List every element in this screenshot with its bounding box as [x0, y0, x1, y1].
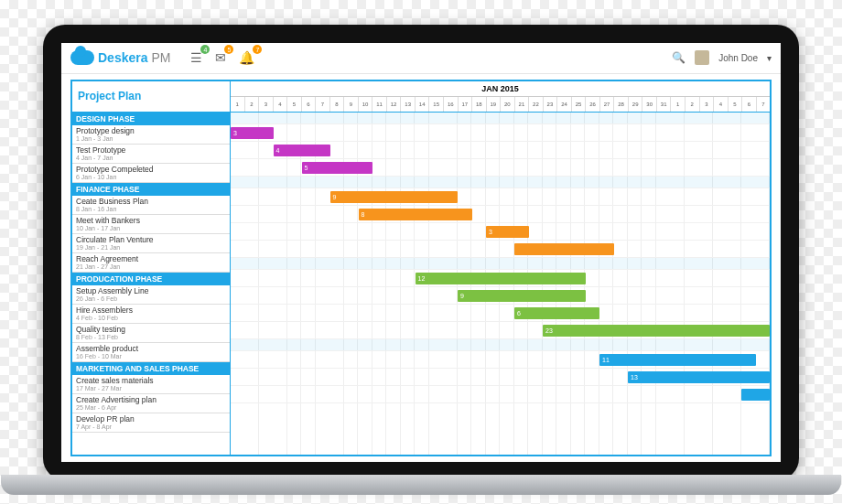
gantt-bar[interactable]: 3: [231, 127, 274, 139]
day-cell: 27: [599, 97, 614, 112]
gantt-bar[interactable]: 13: [628, 371, 770, 383]
day-cell: 3: [699, 97, 714, 112]
day-cell: 6: [741, 97, 756, 112]
task-name: Develop PR plan: [76, 414, 226, 424]
task-name: Prototype design: [76, 126, 226, 135]
day-cell: 7: [756, 97, 770, 112]
day-cell: 1: [231, 97, 244, 112]
task-list: DESIGN PHASEPrototype design1 Jan - 3 Ja…: [72, 113, 230, 455]
phase-header[interactable]: DESIGN PHASE: [72, 113, 230, 125]
task-dates: 8 Feb - 13 Feb: [76, 334, 226, 340]
task-name: Prototype Compeleted: [76, 165, 226, 174]
gantt-row: 4: [231, 142, 770, 159]
day-cell: 1: [670, 97, 685, 112]
day-cell: 31: [656, 97, 671, 112]
day-cell: 8: [329, 97, 344, 112]
task-item[interactable]: Assemble product16 Feb - 10 Mar: [72, 343, 230, 362]
bell-icon[interactable]: 🔔 7: [239, 50, 254, 65]
task-dates: 16 Feb - 10 Mar: [76, 353, 226, 359]
gantt-bar[interactable]: 23: [543, 325, 770, 337]
task-dates: 26 Jan - 6 Feb: [76, 295, 226, 302]
task-item[interactable]: Quality testing8 Feb - 13 Feb: [72, 324, 230, 343]
top-icons: ☰ 4 ✉ 5 🔔 7: [190, 50, 254, 65]
task-item[interactable]: Meet with Bankers10 Jan - 17 Jan: [72, 215, 230, 234]
search-icon[interactable]: 🔍: [672, 51, 685, 64]
gantt-bar[interactable]: 3: [486, 226, 529, 238]
menu-icon[interactable]: ☰ 4: [190, 50, 202, 65]
gantt-bar[interactable]: 8: [359, 209, 472, 220]
timeline-panel: JAN 2015 1234567891011121314151617181920…: [231, 81, 770, 455]
phase-header[interactable]: PRODUCATION PHASE: [72, 273, 230, 285]
phase-header[interactable]: MARKETING AND SALES PHASE: [72, 362, 230, 375]
task-item[interactable]: Hire Assemblers4 Feb - 10 Feb: [72, 305, 230, 324]
gantt-bar[interactable]: 9: [458, 290, 586, 302]
day-cell: 26: [585, 97, 599, 112]
task-name: Ceate Business Plan: [76, 197, 226, 206]
task-item[interactable]: Develop PR plan7 Apr - 8 Apr: [72, 413, 230, 433]
day-cell: 17: [458, 97, 472, 112]
task-item[interactable]: Create Advertising plan25 Mar - 6 Apr: [72, 394, 230, 413]
user-name[interactable]: John Doe: [718, 53, 758, 63]
day-cell: 16: [443, 97, 458, 112]
task-item[interactable]: Setup Assembly Line26 Jan - 6 Feb: [72, 285, 230, 305]
task-item[interactable]: Reach Agreement21 Jan - 27 Jan: [72, 253, 230, 273]
gantt-row: 9: [231, 188, 770, 206]
gantt-bar[interactable]: 5: [302, 162, 373, 174]
task-dates: 4 Jan - 7 Jan: [76, 155, 226, 161]
gantt-row: 9: [231, 287, 770, 305]
gantt-bar[interactable]: [741, 389, 770, 401]
gantt-bar[interactable]: 9: [330, 191, 459, 203]
task-item[interactable]: Circulate Plan Venture19 Jan - 21 Jan: [72, 234, 230, 253]
month-label: JAN 2015: [231, 81, 770, 97]
gantt-row: 3: [231, 124, 770, 142]
day-cell: 12: [386, 97, 401, 112]
task-name: Setup Assembly Line: [76, 286, 226, 295]
chevron-down-icon[interactable]: ▾: [767, 53, 772, 63]
day-cell: 29: [628, 97, 642, 112]
task-name: Reach Agreement: [76, 254, 226, 263]
mail-icon[interactable]: ✉ 5: [215, 50, 226, 65]
day-cell: 2: [685, 97, 699, 112]
day-cell: 4: [273, 97, 287, 112]
task-item[interactable]: Ceate Business Plan8 Jan - 16 Jan: [72, 196, 230, 215]
day-cell: 23: [543, 97, 557, 112]
task-dates: 8 Jan - 16 Jan: [76, 206, 226, 212]
brand-logo[interactable]: Deskera PM: [70, 50, 170, 65]
gantt-row: 11: [231, 351, 770, 369]
day-cell: 5: [286, 97, 301, 112]
task-name: Quality testing: [76, 325, 226, 334]
cloud-icon: [70, 50, 94, 65]
task-name: Create Advertising plan: [76, 395, 226, 404]
gantt-chart[interactable]: 3459831296231113: [231, 113, 770, 455]
gantt-row: [231, 241, 770, 258]
task-item[interactable]: Create sales materials17 Mar - 27 Mar: [72, 375, 230, 394]
task-name: Create sales materials: [76, 376, 226, 385]
task-panel: Project Plan DESIGN PHASEPrototype desig…: [72, 81, 231, 455]
phase-row: [231, 258, 770, 270]
day-cell: 7: [315, 97, 329, 112]
gantt-bar[interactable]: 12: [416, 273, 586, 284]
app-screen: Deskera PM ☰ 4 ✉ 5 🔔 7 🔍 John Doe ▾: [61, 43, 781, 462]
task-dates: 21 Jan - 27 Jan: [76, 263, 226, 270]
gantt-row: 13: [231, 369, 770, 386]
task-item[interactable]: Test Prototype4 Jan - 7 Jan: [72, 145, 230, 164]
day-cell: 9: [343, 97, 358, 112]
timeline-header: JAN 2015 1234567891011121314151617181920…: [231, 81, 770, 113]
gantt-bar[interactable]: [514, 243, 614, 255]
content-area: Project Plan DESIGN PHASEPrototype desig…: [61, 74, 781, 462]
gantt-bar[interactable]: 6: [514, 307, 599, 319]
day-cell: 21: [514, 97, 529, 112]
phase-header[interactable]: FINANCE PHASE: [72, 183, 230, 196]
gantt-row: 5: [231, 159, 770, 177]
day-cell: 18: [471, 97, 486, 112]
task-dates: 19 Jan - 21 Jan: [76, 244, 226, 251]
gantt-bar[interactable]: 11: [599, 354, 756, 366]
task-dates: 6 Jan - 10 Jan: [76, 174, 226, 180]
task-item[interactable]: Prototype Compeleted6 Jan - 10 Jan: [72, 164, 230, 183]
task-name: Circulate Plan Venture: [76, 235, 226, 244]
user-area: 🔍 John Doe ▾: [672, 50, 772, 65]
task-dates: 17 Mar - 27 Mar: [76, 385, 226, 391]
gantt-bar[interactable]: 4: [274, 145, 330, 156]
task-item[interactable]: Prototype design1 Jan - 3 Jan: [72, 125, 230, 145]
avatar[interactable]: [695, 50, 709, 65]
